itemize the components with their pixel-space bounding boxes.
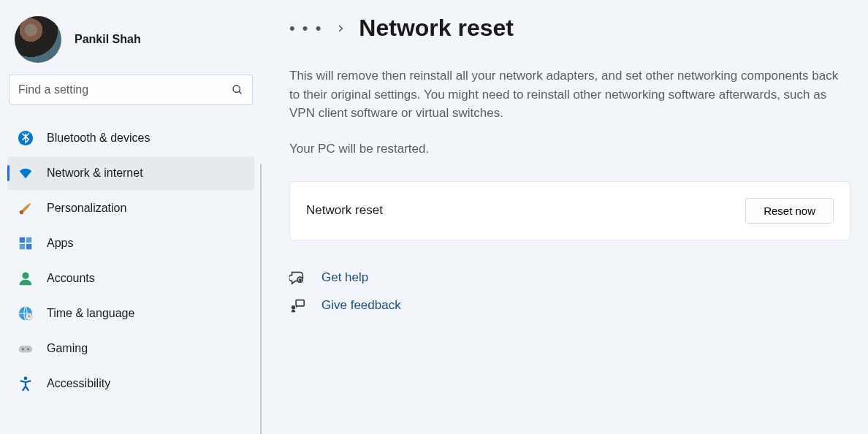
svg-point-12 bbox=[22, 349, 24, 351]
reset-now-button[interactable]: Reset now bbox=[745, 198, 834, 224]
globe-icon bbox=[18, 305, 34, 321]
nav-label: Gaming bbox=[47, 342, 88, 355]
nav-label: Bluetooth & devices bbox=[47, 132, 150, 145]
sidebar-item-apps[interactable]: Apps bbox=[7, 226, 254, 260]
chevron-right-icon bbox=[335, 23, 346, 34]
help-label: Get help bbox=[321, 270, 368, 285]
search-box[interactable] bbox=[9, 75, 253, 105]
get-help-link[interactable]: ? Get help bbox=[289, 270, 850, 286]
card-label: Network reset bbox=[306, 203, 383, 218]
svg-rect-11 bbox=[19, 346, 32, 352]
avatar bbox=[15, 16, 61, 63]
search-icon bbox=[232, 84, 243, 96]
sidebar-item-time[interactable]: Time & language bbox=[7, 297, 254, 330]
page-title: Network reset bbox=[359, 15, 514, 42]
feedback-icon bbox=[289, 297, 305, 313]
svg-rect-18 bbox=[296, 300, 304, 305]
help-links: ? Get help Give feedback bbox=[289, 270, 850, 313]
svg-rect-4 bbox=[20, 237, 25, 243]
sidebar-item-accounts[interactable]: Accounts bbox=[7, 262, 254, 295]
svg-point-14 bbox=[24, 376, 28, 380]
profile-section[interactable]: Pankil Shah bbox=[7, 10, 254, 75]
breadcrumb-ellipsis[interactable]: • • • bbox=[289, 19, 322, 38]
nav-list: Bluetooth & devices Network & internet P… bbox=[7, 121, 254, 400]
scroll-indicator[interactable] bbox=[260, 164, 262, 434]
search-wrap bbox=[7, 75, 254, 113]
svg-point-8 bbox=[22, 273, 28, 279]
description-text: This will remove then reinstall all your… bbox=[289, 66, 850, 123]
restart-notice: Your PC will be restarted. bbox=[289, 142, 850, 156]
sidebar-item-bluetooth[interactable]: Bluetooth & devices bbox=[7, 121, 254, 155]
nav-label: Accessibility bbox=[47, 377, 110, 390]
bluetooth-icon bbox=[18, 130, 34, 146]
accessibility-icon bbox=[18, 376, 34, 392]
network-reset-card: Network reset Reset now bbox=[289, 181, 850, 240]
sidebar-item-accessibility[interactable]: Accessibility bbox=[7, 367, 254, 400]
nav-label: Time & language bbox=[47, 307, 134, 320]
svg-rect-6 bbox=[20, 244, 25, 249]
nav-label: Network & internet bbox=[47, 167, 143, 180]
brush-icon bbox=[18, 200, 34, 216]
profile-name: Pankil Shah bbox=[75, 33, 141, 46]
svg-rect-7 bbox=[26, 244, 31, 249]
svg-line-1 bbox=[239, 91, 241, 94]
help-icon: ? bbox=[289, 270, 305, 286]
svg-point-13 bbox=[27, 349, 29, 351]
svg-point-17 bbox=[292, 305, 296, 310]
breadcrumb: • • • Network reset bbox=[289, 15, 850, 42]
svg-text:?: ? bbox=[299, 278, 301, 282]
give-feedback-link[interactable]: Give feedback bbox=[289, 297, 850, 313]
main-content: • • • Network reset This will remove the… bbox=[262, 0, 868, 434]
sidebar: Pankil Shah Bluetooth & devices Network … bbox=[0, 0, 262, 434]
nav-label: Accounts bbox=[47, 272, 95, 285]
svg-rect-5 bbox=[26, 237, 31, 243]
feedback-label: Give feedback bbox=[321, 298, 401, 313]
gamepad-icon bbox=[18, 340, 34, 357]
wifi-icon bbox=[18, 165, 34, 181]
nav-label: Apps bbox=[47, 237, 73, 250]
svg-point-0 bbox=[233, 85, 240, 92]
person-icon bbox=[18, 270, 34, 286]
svg-point-3 bbox=[20, 210, 24, 215]
search-input[interactable] bbox=[18, 83, 232, 96]
nav-label: Personalization bbox=[47, 202, 126, 215]
sidebar-item-personalization[interactable]: Personalization bbox=[7, 191, 254, 225]
sidebar-item-network[interactable]: Network & internet bbox=[7, 156, 254, 190]
apps-icon bbox=[18, 235, 34, 251]
sidebar-item-gaming[interactable]: Gaming bbox=[7, 332, 254, 365]
